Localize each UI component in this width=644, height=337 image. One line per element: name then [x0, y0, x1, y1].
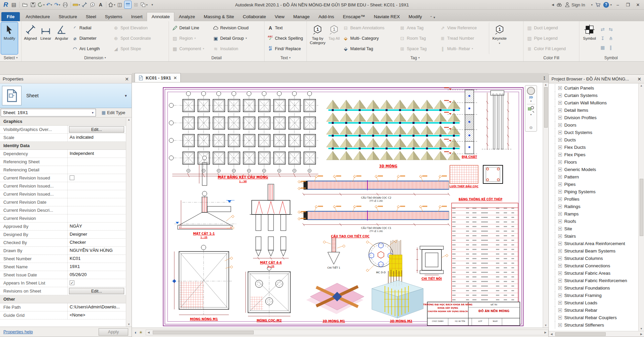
- browser-tree-item[interactable]: Roofs: [552, 217, 638, 225]
- browser-tree-item[interactable]: Structural Rebar Couplers: [552, 314, 638, 321]
- property-value[interactable]: NGÀY NGÀY: [67, 223, 132, 230]
- apply-button[interactable]: Apply: [99, 328, 128, 336]
- property-value[interactable]: KC01 KC01: [67, 255, 132, 263]
- wheel-dropdown-icon[interactable]: ▾: [530, 100, 532, 103]
- browser-tree-item[interactable]: Stairs: [552, 232, 638, 240]
- diameter-button[interactable]: ⌀Diameter: [71, 34, 110, 42]
- ribbon-display-toggle-icon[interactable]: ⌃ ▾: [430, 15, 435, 19]
- expand-icon[interactable]: [558, 145, 562, 149]
- expand-icon[interactable]: [558, 249, 562, 253]
- browser-tree-item[interactable]: Curtain Panels: [552, 84, 638, 92]
- tab-manage[interactable]: Manage: [289, 12, 314, 21]
- panel-label-select[interactable]: Select▾: [0, 54, 21, 61]
- browser-tree-item[interactable]: Structural Loads: [552, 299, 638, 306]
- expand-icon[interactable]: [558, 301, 562, 305]
- expand-icon[interactable]: [558, 234, 562, 238]
- expand-icon[interactable]: [558, 175, 562, 179]
- revision-cloud-button[interactable]: Revision Cloud: [212, 24, 262, 32]
- panel-label-dimension[interactable]: Dimension▾: [22, 54, 169, 61]
- switch-windows-icon[interactable]: ▾: [140, 1, 148, 9]
- navbar-minimize-icon[interactable]: ⊖: [529, 125, 533, 130]
- browser-vertical-scrollbar[interactable]: ▲▼: [638, 83, 644, 331]
- panel-label-symbol[interactable]: Symbol: [579, 54, 643, 61]
- restore-icon[interactable]: ❐: [623, 1, 633, 8]
- property-value[interactable]: [67, 206, 132, 214]
- panel-label-text[interactable]: Text▾: [264, 54, 307, 61]
- save-icon[interactable]: [29, 1, 37, 9]
- property-value[interactable]: [67, 198, 132, 206]
- close-properties-icon[interactable]: ✕: [125, 76, 129, 82]
- tab-view[interactable]: View: [271, 12, 289, 21]
- edit-type-button[interactable]: ▦ Edit Type: [96, 109, 131, 116]
- material-tag-button[interactable]: ⬙Material Tag: [342, 44, 397, 53]
- expand-icon[interactable]: [558, 227, 562, 231]
- duct-legend-button[interactable]: ▥Duct Legend: [525, 24, 577, 32]
- area-boundary-icon[interactable]: ▦: [600, 45, 605, 50]
- expand-icon[interactable]: [558, 264, 562, 268]
- close-view-icon[interactable]: ✕: [173, 75, 177, 80]
- tag-by-category-button[interactable]: Tag by Category: [308, 22, 327, 54]
- expand-icon[interactable]: [558, 182, 562, 186]
- fabric-symbol-icon[interactable]: ∥: [610, 45, 612, 50]
- expand-icon[interactable]: [558, 101, 562, 105]
- zoom-dropdown-icon[interactable]: ▾: [530, 113, 532, 116]
- component-button[interactable]: ▩Component▾: [171, 44, 210, 53]
- property-value[interactable]: [67, 279, 132, 287]
- tab-enscape[interactable]: Enscape™: [338, 12, 369, 21]
- sheet-canvas[interactable]: MẶT BẰNG KẾT CẤU MÓNG 1 : 50 3D MÓNG ĐỊA…: [132, 82, 543, 328]
- expand-icon[interactable]: [558, 205, 562, 208]
- property-value[interactable]: [67, 190, 132, 198]
- multi-category-button[interactable]: ⬙Multi- Category: [342, 34, 397, 42]
- expand-icon[interactable]: [558, 190, 562, 194]
- synchronize-icon[interactable]: ▾: [37, 1, 45, 9]
- space-tag-button[interactable]: ⊞Space Tag: [398, 44, 437, 53]
- minimize-icon[interactable]: –: [613, 1, 622, 8]
- arc-length-button[interactable]: ◠Arc Length: [71, 44, 110, 53]
- property-value[interactable]: <None> <None>: [67, 311, 132, 319]
- expand-icon[interactable]: [558, 86, 562, 90]
- redo-icon[interactable]: ↷▾: [53, 1, 61, 9]
- expand-icon[interactable]: [558, 94, 562, 97]
- print-icon[interactable]: [62, 1, 69, 9]
- browser-tree-item[interactable]: Piping Systems: [552, 188, 638, 195]
- detail-line-button[interactable]: Detail Line: [171, 24, 210, 32]
- region-button[interactable]: ▨Region▾: [171, 34, 210, 42]
- property-value[interactable]: NGUYỄN VĂN HÙNG NGUYỄN VĂN HÙNG: [67, 247, 132, 255]
- expand-icon[interactable]: [558, 160, 562, 164]
- expand-icon[interactable]: [558, 131, 562, 134]
- expand-icon[interactable]: [558, 108, 562, 112]
- view-tab-active[interactable]: KC01 - 19X1 ✕: [135, 73, 181, 82]
- browser-tree-item[interactable]: Profiles: [552, 195, 638, 203]
- property-value[interactable]: Independent Independent: [67, 150, 132, 158]
- expand-icon[interactable]: [558, 316, 562, 319]
- ui-properties-toggle-icon[interactable]: ▤: [10, 1, 17, 9]
- symbol-button[interactable]: Symbol: [580, 22, 599, 54]
- browser-tree-item[interactable]: Structural Area Reinforcement: [552, 240, 638, 247]
- steering-wheel-icon[interactable]: [527, 87, 535, 95]
- browser-tree-item[interactable]: Structural Columns: [552, 255, 638, 262]
- insulation-button[interactable]: ≋Insulation: [212, 44, 262, 53]
- tab-modify[interactable]: Modify: [404, 12, 426, 21]
- property-value[interactable]: [67, 182, 132, 190]
- property-value[interactable]: [67, 214, 132, 222]
- tab-add-ins[interactable]: Add-Ins: [314, 12, 338, 21]
- sun-settings-icon[interactable]: ☀: [139, 330, 143, 335]
- check-spelling-button[interactable]: ABC✓Check Spelling: [266, 34, 305, 42]
- type-selector-dropdown-icon[interactable]: ▼: [124, 94, 130, 98]
- browser-tree-item[interactable]: Pipes: [552, 180, 638, 188]
- help-icon[interactable]: ?▾: [603, 2, 612, 8]
- tab-steel[interactable]: Steel: [81, 12, 101, 21]
- property-value[interactable]: C:\Users\Admin\Downlo... C:\Users\Admin\…: [67, 303, 132, 311]
- expand-icon[interactable]: [558, 153, 562, 157]
- tab-file[interactable]: File: [1, 12, 20, 21]
- browser-tree-item[interactable]: Structural Connections: [552, 262, 638, 269]
- browser-tree-item[interactable]: Duct Systems: [552, 129, 638, 136]
- visual-style-icon[interactable]: ◐: [135, 330, 137, 335]
- rebar-symbol-icon[interactable]: ⋔: [609, 36, 613, 41]
- tab-massing-site[interactable]: Massing & Site: [199, 12, 238, 21]
- tab-insert[interactable]: Insert: [127, 12, 147, 21]
- properties-help-link[interactable]: Properties help: [3, 329, 33, 334]
- browser-tree-item[interactable]: Structural Rebar: [552, 306, 638, 314]
- aligned-button[interactable]: Aligned: [23, 22, 38, 54]
- expand-icon[interactable]: [558, 212, 562, 216]
